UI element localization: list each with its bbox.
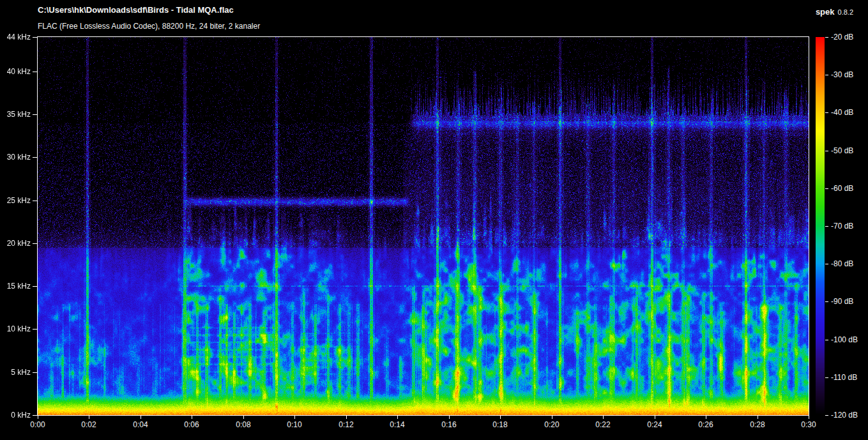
legend-tick-label: -30 dB xyxy=(831,70,853,79)
spectrogram-canvas xyxy=(38,37,809,415)
legend-tick xyxy=(825,301,828,302)
freq-tick-label: 30 kHz xyxy=(0,153,31,162)
freq-tick xyxy=(33,37,37,38)
legend-tick xyxy=(825,415,828,416)
time-tick xyxy=(192,416,192,419)
time-tick xyxy=(243,416,244,419)
legend-tick-label: -20 dB xyxy=(831,33,853,42)
time-tick xyxy=(706,416,706,419)
legend-tick xyxy=(825,226,828,227)
time-tick xyxy=(38,416,38,419)
legend-tick-label: -110 dB xyxy=(831,373,857,382)
time-tick-label: 0:14 xyxy=(383,420,411,429)
time-tick xyxy=(603,416,604,419)
legend-tick-label: -90 dB xyxy=(831,297,853,306)
time-tick-label: 0:16 xyxy=(435,420,463,429)
time-tick-label: 0:28 xyxy=(743,420,772,429)
time-tick xyxy=(758,416,758,419)
legend-tick-label: -40 dB xyxy=(831,108,853,117)
freq-tick-label: 0 kHz xyxy=(0,411,31,420)
time-tick-label: 0:18 xyxy=(486,420,514,429)
time-tick xyxy=(809,416,809,419)
freq-tick-label: 15 kHz xyxy=(0,282,31,291)
time-tick-label: 0:24 xyxy=(641,420,669,429)
freq-tick xyxy=(33,329,37,330)
legend-tick xyxy=(825,377,828,378)
time-tick-label: 0:02 xyxy=(75,420,103,429)
plot-border-bottom xyxy=(37,415,809,416)
freq-tick-label: 10 kHz xyxy=(0,324,31,333)
legend-tick xyxy=(825,37,828,38)
freq-tick-label: 20 kHz xyxy=(0,239,31,248)
legend-tick-label: -70 dB xyxy=(831,222,853,231)
time-tick-label: 0:04 xyxy=(126,420,155,429)
plot-border-left xyxy=(37,36,38,416)
legend-tick-label: -50 dB xyxy=(831,146,853,155)
time-tick xyxy=(294,416,295,419)
time-tick xyxy=(449,416,450,419)
freq-tick-label: 5 kHz xyxy=(0,368,31,377)
freq-tick-label: 44 kHz xyxy=(0,33,31,42)
time-tick-label: 0:20 xyxy=(538,420,566,429)
time-tick-label: 0:12 xyxy=(332,420,360,429)
freq-tick xyxy=(33,72,37,72)
spectrogram-plot: 44 kHz40 kHz35 kHz30 kHz25 kHz20 kHz15 k… xyxy=(0,0,868,440)
legend-tick-label: -100 dB xyxy=(831,335,858,344)
freq-tick xyxy=(33,201,37,201)
legend-tick-label: -120 dB xyxy=(831,411,858,420)
freq-tick xyxy=(33,243,37,244)
legend-tick xyxy=(825,151,828,151)
time-tick-label: 0:06 xyxy=(178,420,206,429)
freq-tick xyxy=(33,286,37,287)
freq-tick xyxy=(33,157,37,158)
legend-tick xyxy=(825,188,828,189)
freq-tick xyxy=(33,372,37,373)
time-tick xyxy=(89,416,89,419)
legend-gradient-bar xyxy=(816,37,825,415)
time-tick-label: 0:00 xyxy=(24,420,52,429)
time-tick-label: 0:08 xyxy=(229,420,257,429)
plot-border-right xyxy=(809,36,809,416)
time-tick xyxy=(397,416,398,419)
time-tick xyxy=(346,416,347,419)
time-tick-label: 0:30 xyxy=(795,420,823,429)
time-tick xyxy=(141,416,141,419)
time-tick xyxy=(500,416,501,419)
freq-tick-label: 35 kHz xyxy=(0,110,31,119)
legend-tick xyxy=(825,75,828,75)
legend-tick-label: -80 dB xyxy=(831,259,853,268)
time-tick-label: 0:26 xyxy=(692,420,720,429)
freq-tick xyxy=(33,114,37,115)
time-tick-label: 0:22 xyxy=(589,420,617,429)
legend-tick xyxy=(825,112,828,113)
time-tick-label: 0:10 xyxy=(280,420,308,429)
spek-window: C:\Users\hk\Downloads\sdf\Birds - Tidal … xyxy=(0,0,868,440)
freq-tick-label: 25 kHz xyxy=(0,196,31,205)
time-tick xyxy=(655,416,655,419)
legend-tick xyxy=(825,264,828,264)
freq-tick xyxy=(33,415,37,416)
legend-tick-label: -60 dB xyxy=(831,184,853,193)
time-tick xyxy=(552,416,552,419)
plot-border-top xyxy=(37,36,809,37)
legend-tick xyxy=(825,340,828,340)
freq-tick-label: 40 kHz xyxy=(0,67,31,76)
